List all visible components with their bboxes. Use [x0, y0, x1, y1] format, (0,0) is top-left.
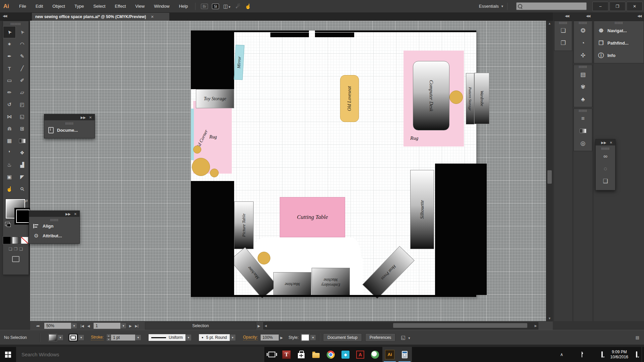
draw-behind-icon[interactable]: ❐ — [14, 247, 18, 251]
artboards-panel-icon[interactable]: ❐ — [554, 37, 572, 49]
black-block-top-left[interactable] — [191, 31, 234, 89]
width-profile-dropdown[interactable]: ▼ — [185, 334, 192, 341]
taskbar-app-chrome[interactable] — [323, 347, 338, 362]
taskbar-search-box[interactable] — [16, 347, 264, 362]
color-panel-icon[interactable]: ❂ — [574, 24, 592, 37]
collapse-dock-icon[interactable]: ◀◀ — [637, 14, 641, 18]
previous-artboard-icon[interactable]: ◀ — [87, 324, 90, 328]
none-mode-button[interactable] — [21, 237, 29, 244]
panel-grip[interactable]: |||||||| — [574, 109, 592, 112]
width-tool[interactable]: ⋈ — [3, 111, 16, 123]
expand-panel-icon[interactable]: ▶▶ — [65, 212, 70, 216]
taskbar-app-store[interactable] — [294, 347, 309, 362]
mesh-tool[interactable]: ▦ — [3, 135, 16, 147]
lasso-tool[interactable]: ◠ — [16, 38, 29, 50]
expand-panel-icon[interactable]: ▶▶ — [601, 141, 606, 144]
vertical-scrollbar[interactable]: ▲ ▼ — [546, 21, 553, 321]
horizontal-scrollbar[interactable]: ◀ ▶ — [263, 322, 538, 329]
swap-fill-stroke-icon[interactable]: ⇄ — [24, 198, 28, 203]
isolate-selection-icon[interactable]: ◱▼ — [401, 335, 411, 341]
gradient-mode-button[interactable] — [12, 237, 20, 244]
taskbar-app-green[interactable] — [368, 347, 382, 362]
stroke-dropdown[interactable]: ▼ — [78, 335, 84, 341]
menu-view[interactable]: View — [131, 2, 149, 10]
furniture-machine-middle[interactable]: Machine — [273, 272, 311, 296]
vertical-scroll-thumb[interactable] — [547, 170, 552, 184]
stroke-panel-icon[interactable]: ≡ — [574, 112, 592, 125]
wall-top-left-segment[interactable] — [194, 31, 309, 32]
rotate-tool[interactable]: ↺ — [3, 99, 16, 111]
layers-panel-icon[interactable]: ❏ — [554, 24, 572, 37]
panel-grip[interactable]: |||||||| — [594, 21, 644, 24]
stroke-weight-stepper[interactable]: ▲▼ — [106, 334, 111, 341]
opacity-field[interactable]: 100% — [261, 335, 279, 341]
export-icon[interactable]: ➦ — [36, 323, 40, 328]
stock-button[interactable]: St — [212, 4, 219, 9]
panel-grip[interactable]: |||||||| — [596, 147, 615, 150]
swatches-panel-icon[interactable]: ▤ — [574, 68, 592, 81]
canvas-pasteboard[interactable]: Mirror Kid Corner Rug Toy Storage Old Lo… — [30, 21, 546, 321]
direct-selection-tool[interactable]: ➤ — [16, 26, 29, 38]
screen-mode-button[interactable] — [12, 256, 19, 262]
menu-type[interactable]: Type — [70, 2, 88, 10]
menu-file[interactable]: File — [15, 2, 30, 10]
furniture-computer-desk[interactable]: Computer Desk — [413, 61, 449, 130]
scroll-left-icon[interactable]: ◀ — [265, 324, 267, 327]
stroke-color-chip[interactable] — [69, 334, 77, 341]
scroll-down-icon[interactable]: ▼ — [546, 317, 553, 320]
blend-tool[interactable]: ❖ — [16, 147, 29, 159]
pen-tool[interactable]: ✒ — [3, 50, 16, 62]
transparency-panel-icon[interactable]: ◎ — [574, 137, 592, 149]
cc-libraries-icon[interactable]: ◌ — [596, 163, 615, 175]
slice-tool[interactable]: ◤ — [16, 171, 29, 183]
scroll-up-icon[interactable]: ▲ — [546, 22, 553, 25]
style-dropdown[interactable]: ▼ — [310, 335, 316, 341]
color-guide-panel-icon[interactable]: ◔ — [574, 37, 592, 49]
opacity-link[interactable]: Opacity: — [243, 335, 258, 340]
draw-inside-icon[interactable]: ❑ — [19, 247, 23, 251]
brush-dropdown[interactable]: ▼ — [230, 334, 236, 341]
close-panel-icon[interactable]: ✕ — [74, 212, 77, 216]
taskbar-app-explorer[interactable] — [309, 347, 323, 362]
perspective-grid-tool[interactable]: ⊞ — [16, 123, 29, 135]
artboard-number-field[interactable]: 1 — [94, 323, 120, 329]
status-display[interactable]: Selection — [145, 322, 256, 329]
fill-dropdown[interactable]: ▼ — [57, 335, 63, 341]
collapse-dock-icon[interactable]: ◀◀ — [565, 14, 569, 18]
taskbar-app-calculator[interactable] — [397, 347, 412, 362]
next-artboard-icon[interactable]: ▶ — [129, 324, 132, 328]
bridge-button[interactable]: Br — [201, 4, 208, 9]
furniture-heat-press[interactable]: Heat Press — [362, 246, 415, 299]
task-view-button[interactable] — [264, 347, 279, 362]
minimize-button[interactable]: – — [592, 2, 608, 11]
wall-top-right-segment[interactable] — [315, 31, 476, 32]
last-artboard-icon[interactable]: ▶| — [135, 324, 139, 328]
menu-effect[interactable]: Effect — [111, 2, 130, 10]
document-info-tab[interactable]: Docume... — [44, 125, 95, 135]
stroke-weight-dropdown[interactable]: ▼ — [135, 335, 141, 341]
furniture-toy-storage[interactable]: Toy Storage — [196, 89, 234, 108]
taskbar-app-teal[interactable]: ◆ — [338, 347, 353, 362]
column-graph-tool[interactable]: ▟ — [16, 159, 29, 171]
links-icon[interactable]: ❑ — [596, 175, 615, 187]
align-tab[interactable]: Align — [29, 222, 79, 231]
gpu-performance-icon[interactable]: ☄ — [236, 3, 240, 9]
desk-chair[interactable] — [449, 90, 463, 104]
furniture-old-loveseat[interactable]: Old Loveseat — [340, 75, 359, 122]
furniture-silhouette[interactable]: Silhouette — [410, 170, 434, 249]
hand-tool[interactable]: ☝ — [3, 183, 16, 195]
navigator-panel[interactable]: ☸ Navigat... — [594, 24, 644, 37]
arrange-documents-icon[interactable]: ◫▼ — [223, 3, 231, 9]
taskbar-clock[interactable]: 9:09 PM 10/6/2016 — [607, 350, 632, 360]
search-input[interactable] — [522, 4, 577, 9]
gradient-tool[interactable] — [16, 135, 29, 147]
stroke-panel-link[interactable]: Stroke: — [91, 335, 104, 340]
panel-grip[interactable]: |||||||||| — [3, 22, 29, 25]
first-artboard-icon[interactable]: |◀ — [80, 324, 84, 328]
brushes-panel-icon[interactable]: ✾ — [574, 81, 592, 93]
taskbar-app-acrobat[interactable]: A — [353, 347, 368, 362]
wall-shelf-a[interactable] — [270, 33, 309, 37]
width-profile-field[interactable]: Uniform — [149, 334, 185, 341]
color-mode-button[interactable] — [3, 237, 11, 244]
attributes-tab[interactable]: ⊙ Attribut... — [29, 231, 79, 241]
